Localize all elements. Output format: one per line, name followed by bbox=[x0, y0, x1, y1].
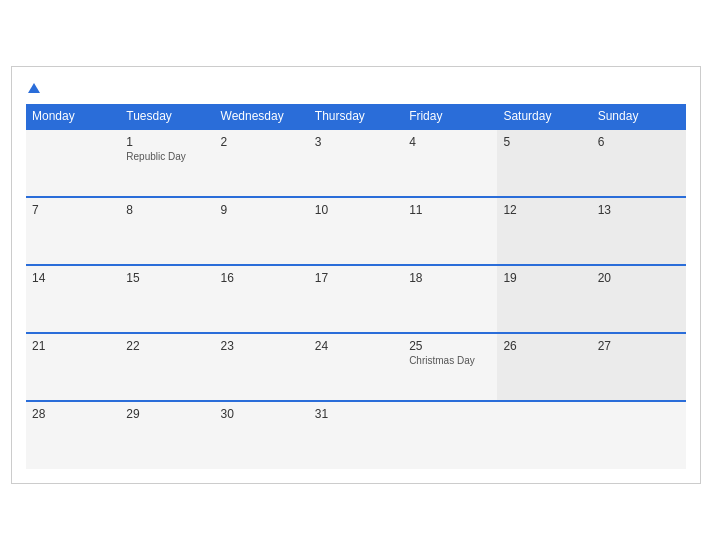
weekday-header-thursday: Thursday bbox=[309, 104, 403, 129]
calendar-cell: 21 bbox=[26, 333, 120, 401]
day-number: 12 bbox=[503, 203, 585, 217]
calendar-cell: 7 bbox=[26, 197, 120, 265]
weekday-header-wednesday: Wednesday bbox=[215, 104, 309, 129]
day-number: 24 bbox=[315, 339, 397, 353]
calendar-table: MondayTuesdayWednesdayThursdayFridaySatu… bbox=[26, 104, 686, 469]
weekday-header-saturday: Saturday bbox=[497, 104, 591, 129]
calendar-cell: 6 bbox=[592, 129, 686, 197]
calendar-cell: 11 bbox=[403, 197, 497, 265]
week-row-2: 14151617181920 bbox=[26, 265, 686, 333]
calendar-cell: 9 bbox=[215, 197, 309, 265]
day-number: 21 bbox=[32, 339, 114, 353]
day-number: 6 bbox=[598, 135, 680, 149]
calendar-cell: 14 bbox=[26, 265, 120, 333]
calendar-header bbox=[26, 79, 686, 93]
day-number: 1 bbox=[126, 135, 208, 149]
logo-triangle-icon bbox=[28, 83, 40, 93]
day-number: 25 bbox=[409, 339, 491, 353]
day-number: 18 bbox=[409, 271, 491, 285]
calendar-cell: 26 bbox=[497, 333, 591, 401]
day-number: 5 bbox=[503, 135, 585, 149]
day-number: 7 bbox=[32, 203, 114, 217]
day-number: 14 bbox=[32, 271, 114, 285]
calendar-cell: 29 bbox=[120, 401, 214, 469]
calendar-cell: 19 bbox=[497, 265, 591, 333]
calendar-cell: 5 bbox=[497, 129, 591, 197]
calendar-cell: 23 bbox=[215, 333, 309, 401]
day-number: 30 bbox=[221, 407, 303, 421]
day-number: 23 bbox=[221, 339, 303, 353]
holiday-name: Republic Day bbox=[126, 151, 208, 162]
weekday-header-tuesday: Tuesday bbox=[120, 104, 214, 129]
day-number: 27 bbox=[598, 339, 680, 353]
calendar-cell: 15 bbox=[120, 265, 214, 333]
calendar-cell: 25Christmas Day bbox=[403, 333, 497, 401]
calendar-container: MondayTuesdayWednesdayThursdayFridaySatu… bbox=[11, 66, 701, 483]
weekday-header-sunday: Sunday bbox=[592, 104, 686, 129]
day-number: 3 bbox=[315, 135, 397, 149]
calendar-cell: 17 bbox=[309, 265, 403, 333]
weekday-header-monday: Monday bbox=[26, 104, 120, 129]
calendar-cell: 3 bbox=[309, 129, 403, 197]
calendar-cell: 24 bbox=[309, 333, 403, 401]
day-number: 20 bbox=[598, 271, 680, 285]
day-number: 13 bbox=[598, 203, 680, 217]
weekday-header-row: MondayTuesdayWednesdayThursdayFridaySatu… bbox=[26, 104, 686, 129]
calendar-cell: 30 bbox=[215, 401, 309, 469]
calendar-cell: 13 bbox=[592, 197, 686, 265]
calendar-cell bbox=[26, 129, 120, 197]
calendar-cell: 27 bbox=[592, 333, 686, 401]
day-number: 11 bbox=[409, 203, 491, 217]
day-number: 31 bbox=[315, 407, 397, 421]
calendar-cell: 1Republic Day bbox=[120, 129, 214, 197]
calendar-cell: 8 bbox=[120, 197, 214, 265]
day-number: 10 bbox=[315, 203, 397, 217]
calendar-cell: 10 bbox=[309, 197, 403, 265]
day-number: 2 bbox=[221, 135, 303, 149]
calendar-cell: 31 bbox=[309, 401, 403, 469]
week-row-1: 78910111213 bbox=[26, 197, 686, 265]
day-number: 22 bbox=[126, 339, 208, 353]
day-number: 19 bbox=[503, 271, 585, 285]
day-number: 8 bbox=[126, 203, 208, 217]
day-number: 4 bbox=[409, 135, 491, 149]
day-number: 17 bbox=[315, 271, 397, 285]
calendar-cell: 22 bbox=[120, 333, 214, 401]
week-row-4: 28293031 bbox=[26, 401, 686, 469]
calendar-cell: 28 bbox=[26, 401, 120, 469]
week-row-0: 1Republic Day23456 bbox=[26, 129, 686, 197]
calendar-cell: 12 bbox=[497, 197, 591, 265]
weekday-header-friday: Friday bbox=[403, 104, 497, 129]
calendar-cell: 16 bbox=[215, 265, 309, 333]
calendar-cell: 20 bbox=[592, 265, 686, 333]
day-number: 26 bbox=[503, 339, 585, 353]
day-number: 29 bbox=[126, 407, 208, 421]
week-row-3: 2122232425Christmas Day2627 bbox=[26, 333, 686, 401]
logo bbox=[26, 79, 40, 93]
day-number: 28 bbox=[32, 407, 114, 421]
day-number: 15 bbox=[126, 271, 208, 285]
calendar-cell: 18 bbox=[403, 265, 497, 333]
calendar-cell bbox=[403, 401, 497, 469]
day-number: 16 bbox=[221, 271, 303, 285]
calendar-cell: 2 bbox=[215, 129, 309, 197]
calendar-cell bbox=[592, 401, 686, 469]
day-number: 9 bbox=[221, 203, 303, 217]
calendar-cell: 4 bbox=[403, 129, 497, 197]
holiday-name: Christmas Day bbox=[409, 355, 491, 366]
calendar-cell bbox=[497, 401, 591, 469]
